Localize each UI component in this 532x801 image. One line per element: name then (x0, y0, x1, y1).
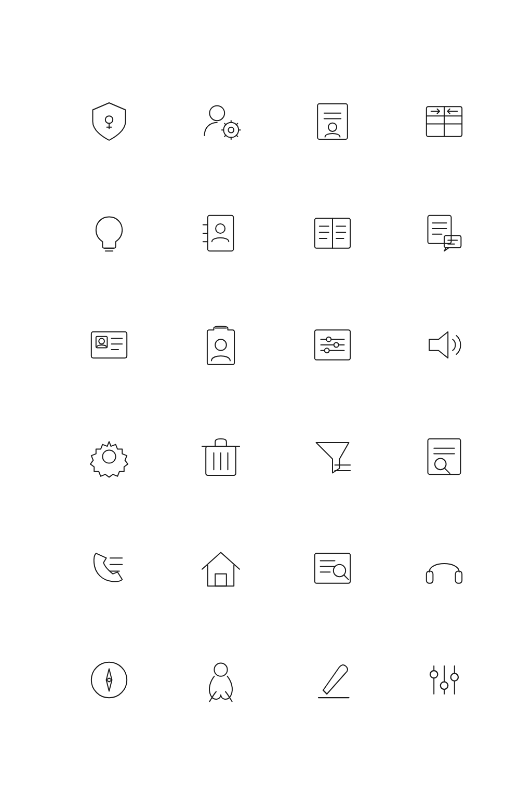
svg-rect-43 (444, 235, 461, 247)
svg-line-92 (323, 690, 327, 693)
user-settings-icon[interactable] (165, 65, 276, 177)
svg-point-98 (450, 673, 458, 680)
home-icon[interactable] (165, 512, 276, 624)
svg-point-90 (214, 663, 227, 676)
contact-book-icon[interactable] (165, 177, 276, 289)
svg-marker-89 (106, 680, 112, 691)
svg-point-3 (209, 105, 224, 121)
svg-point-60 (324, 348, 329, 353)
svg-point-96 (430, 671, 437, 678)
sliders-icon[interactable] (276, 289, 388, 401)
svg-line-74 (444, 468, 449, 473)
svg-line-13 (236, 123, 237, 125)
headphones-icon[interactable] (388, 512, 500, 624)
gear-icon[interactable] (53, 401, 165, 512)
svg-rect-86 (455, 571, 462, 583)
svg-point-58 (326, 337, 331, 341)
edit-icon[interactable] (276, 624, 388, 736)
svg-line-10 (224, 123, 226, 125)
svg-point-59 (334, 342, 338, 347)
svg-rect-70 (428, 438, 460, 474)
compass-icon[interactable] (53, 624, 165, 736)
trash-icon[interactable] (165, 401, 276, 512)
svg-rect-14 (317, 103, 348, 139)
person-icon[interactable] (165, 624, 276, 736)
list-search-icon[interactable] (276, 512, 388, 624)
svg-point-97 (440, 682, 447, 689)
svg-marker-61 (429, 331, 448, 357)
lightbulb-icon[interactable] (53, 177, 165, 289)
svg-line-12 (224, 135, 226, 137)
svg-point-62 (102, 450, 115, 463)
document-user-icon[interactable] (276, 65, 388, 177)
svg-point-87 (91, 662, 126, 697)
icon-grid (43, 34, 489, 767)
shield-key-icon[interactable] (53, 65, 165, 177)
svg-point-5 (228, 127, 234, 132)
filter-list-icon[interactable] (276, 401, 388, 512)
svg-line-84 (344, 575, 348, 579)
speaker-icon[interactable] (388, 289, 500, 401)
svg-point-53 (215, 339, 227, 351)
svg-marker-88 (106, 669, 112, 680)
svg-line-11 (236, 135, 237, 137)
clipboard-user-icon[interactable] (165, 289, 276, 401)
id-card-icon[interactable] (53, 289, 165, 401)
document-search-icon[interactable] (388, 401, 500, 512)
svg-rect-46 (91, 331, 126, 357)
table-arrows-icon[interactable] (388, 65, 500, 177)
split-view-icon[interactable] (276, 177, 388, 289)
svg-point-48 (99, 338, 104, 344)
svg-point-17 (328, 123, 336, 131)
equalizer-icon[interactable] (388, 624, 500, 736)
phone-list-icon[interactable] (53, 512, 165, 624)
document-chat-icon[interactable] (388, 177, 500, 289)
svg-point-30 (216, 224, 225, 233)
svg-point-83 (333, 564, 345, 576)
svg-rect-85 (426, 571, 433, 583)
svg-point-0 (105, 116, 112, 123)
svg-rect-78 (215, 573, 227, 585)
svg-rect-39 (428, 215, 451, 243)
